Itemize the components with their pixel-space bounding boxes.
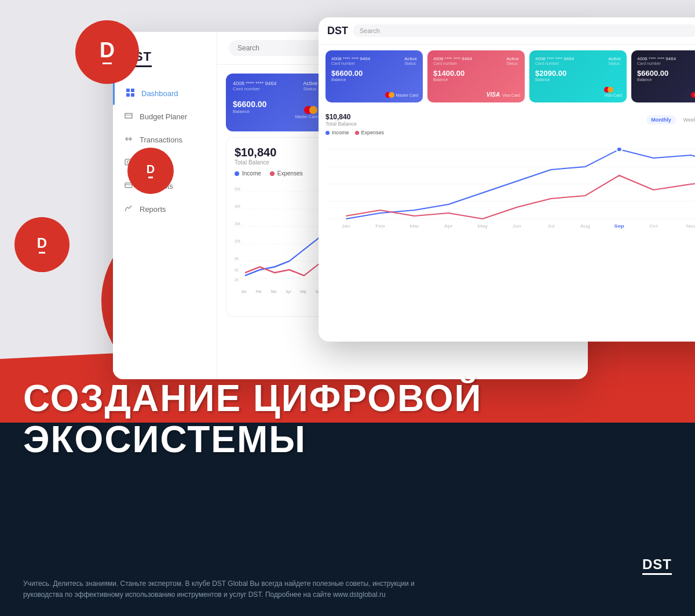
svg-text:Feb: Feb [255,289,261,294]
svg-rect-0 [126,89,130,92]
back-logo: DST [327,25,348,37]
svg-text:Jul: Jul [547,223,554,229]
card-number-1: 4008 **** **** 9464 [233,80,277,86]
heading-line1: СОЗДАНИЕ ЦИФРОВОЙ ЭКОСИСТЕМЫ [23,378,482,460]
dst-logo-circle-3: D [14,217,70,272]
mastercard-icon-1 [304,106,317,114]
back-card-dark: 4008 **** **** 9464 Card number Active S… [631,50,695,102]
svg-text:Oct: Oct [649,223,658,229]
svg-text:50K: 50K [235,186,241,191]
svg-rect-1 [131,89,134,92]
total-balance-value: $10,840 [235,146,276,159]
dashboard-icon [126,89,136,98]
svg-text:Mar: Mar [409,223,419,229]
back-header: DST Search [319,17,695,45]
svg-text:Jan: Jan [342,223,350,229]
svg-text:Nov: Nov [686,223,695,229]
back-mastercard-1: Master Card [385,92,418,98]
svg-text:Mar: Mar [271,289,277,294]
sidebar-item-dashboard[interactable]: Dashboard [113,82,217,105]
income-dot [235,171,239,176]
sidebar-item-reports[interactable]: Reports [113,197,217,221]
footer-top: DST [23,556,672,573]
back-cards: 4008 **** **** 9464 Card number Active S… [319,45,695,108]
legend-expenses: Expenses [270,170,303,177]
svg-text:30K: 30K [235,221,241,226]
svg-text:5K: 5K [235,267,239,272]
back-card-red: 4008 **** **** 9464 Card number Active S… [427,50,525,102]
svg-text:Aug: Aug [580,223,590,229]
svg-text:Apr: Apr [444,223,453,229]
back-mastercard-2: Master Card [691,92,695,98]
svg-text:Apr: Apr [286,289,292,294]
svg-text:May: May [477,223,488,229]
svg-text:Jun: Jun [513,223,521,229]
total-balance-label: Total Balance [235,159,276,166]
budget-icon [125,112,134,121]
svg-text:8K: 8K [235,256,239,261]
svg-text:2K: 2K [235,277,239,282]
back-visa-1: VISA Visa Card [487,91,520,98]
svg-rect-3 [131,93,134,97]
sidebar-item-budget[interactable]: Budget Planer [113,105,217,128]
dst-logo-circle-2: D [127,148,174,194]
sidebar: DST Dashboard [113,32,217,379]
back-chart-tabs: Monthly Weekly Daily [646,115,695,124]
big-heading: СОЗДАНИЕ ЦИФРОВОЙ ЭКОСИСТЕМЫ [23,378,482,460]
back-search[interactable]: Search [353,24,695,37]
svg-text:Jan: Jan [241,289,246,294]
back-tab-monthly[interactable]: Monthly [646,115,676,124]
back-card-blue: 4008 **** **** 9464 Card number Active S… [325,50,423,102]
svg-text:May: May [300,289,306,294]
back-visa-2: Visa Card [604,87,622,98]
reports-icon [125,204,134,214]
bank-card-blue: 4008 **** **** 9464 Card number Active S… [226,74,324,131]
footer-area: DST Учитесь. Делитесь знаниями. Станьте … [0,541,695,616]
back-balance: $10,840 [325,113,357,121]
svg-rect-2 [126,93,130,97]
sidebar-nav: Dashboard Budget Planer Transactions [113,82,217,221]
back-chart-svg: Jan Feb Mar Apr May Jun Jul Aug Sep Oct … [325,138,695,230]
dst-footer-logo: DST [642,556,672,573]
back-card-teal: 4008 **** **** 9464 Card number Active S… [529,50,627,102]
legend-income: Income [235,170,261,177]
sidebar-item-transactions[interactable]: Transactions [113,128,217,151]
dashboard-card-back: DST Search 4008 **** **** 9464 Card numb… [319,17,695,342]
svg-point-39 [617,147,622,152]
svg-text:40K: 40K [235,204,241,208]
svg-text:Sep: Sep [614,223,624,229]
svg-text:Feb: Feb [375,223,385,229]
svg-text:20K: 20K [235,239,241,243]
transactions-icon [125,135,134,144]
dst-logo-circle-1: D [75,20,139,84]
back-tab-weekly[interactable]: Weekly [679,115,695,124]
footer-text: Учитесь. Делитесь знаниями. Станьте эксп… [23,578,672,600]
expenses-dot [270,171,275,176]
